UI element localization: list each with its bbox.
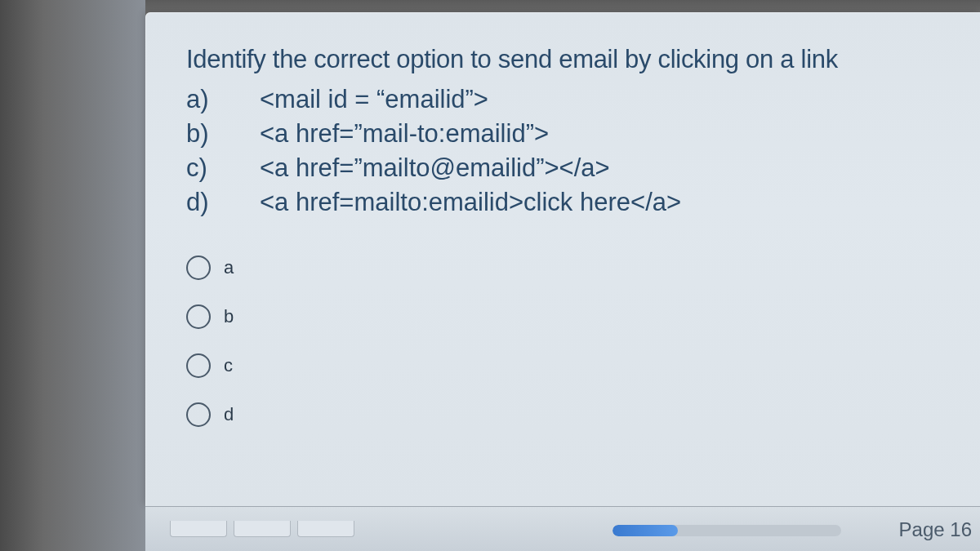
radio-icon [186,256,211,280]
option-c-line: c) <a href=”mailto@emailid”></a> [186,151,956,185]
screen-left-bezel [0,0,145,551]
option-letter: a) [186,82,260,117]
progress-fill [612,525,678,536]
bottom-bar: Page 16 [145,506,980,551]
tab-stub[interactable] [170,521,227,537]
radio-label: d [224,404,234,425]
option-d-line: d) <a href=mailto:emailid>click here</a> [186,185,956,220]
option-a-line: a) <mail id = “emailid”> [186,82,956,117]
option-text: <a href=mailto:emailid>click here</a> [260,185,956,220]
tab-stub[interactable] [234,521,291,537]
progress-track[interactable] [612,525,841,536]
option-b-line: b) <a href=”mail-to:emailid”> [186,117,956,151]
radio-option-d[interactable]: d [186,402,956,427]
option-letter: b) [186,117,260,151]
radio-icon [186,353,211,378]
radio-label: a [224,257,234,278]
radio-icon [186,402,211,427]
option-text: <a href=”mailto@emailid”></a> [260,151,956,185]
radio-label: b [224,306,234,327]
answer-radio-group: a b c d [186,256,956,427]
bottom-tabs [170,521,354,537]
page-number: Page 16 [899,518,972,541]
radio-label: c [224,355,233,376]
option-text: <mail id = “emailid”> [260,82,956,117]
radio-icon [186,304,211,329]
option-letter: d) [186,185,260,220]
radio-option-c[interactable]: c [186,353,956,378]
option-text: <a href=”mail-to:emailid”> [260,117,956,151]
question-title: Identify the correct option to send emai… [186,45,956,74]
option-letter: c) [186,151,260,185]
radio-option-a[interactable]: a [186,256,956,280]
quiz-page: Identify the correct option to send emai… [145,12,980,506]
tab-stub[interactable] [297,521,354,537]
radio-option-b[interactable]: b [186,304,956,329]
